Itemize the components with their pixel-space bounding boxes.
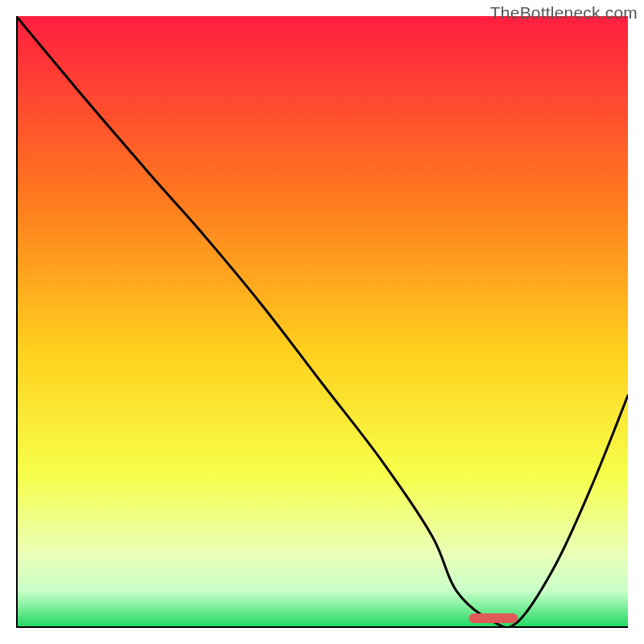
chart-container: TheBottleneck.com: [0, 0, 644, 644]
watermark-text: TheBottleneck.com: [490, 3, 638, 23]
chart-background: [16, 16, 628, 628]
current-config-marker: [469, 613, 518, 623]
bottleneck-chart: [16, 16, 628, 628]
